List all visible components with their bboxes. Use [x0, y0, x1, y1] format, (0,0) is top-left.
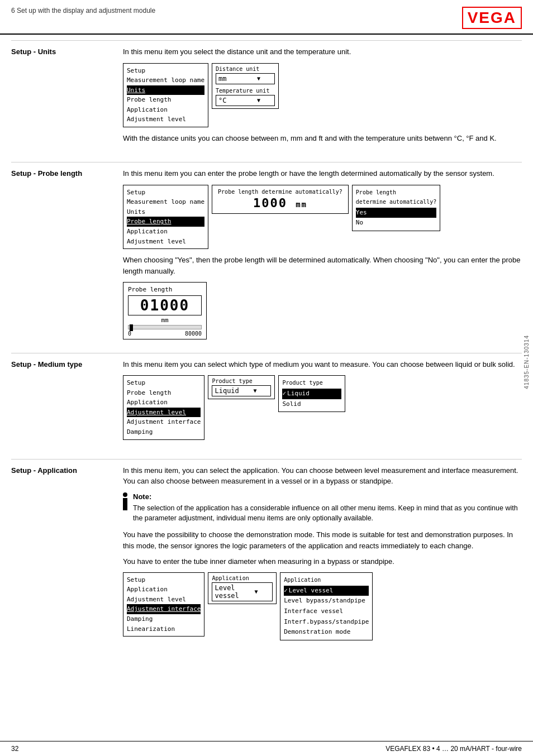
temp-unit-arrow: ▼	[245, 97, 272, 104]
menu-item-2[interactable]: Probe length	[127, 95, 204, 105]
product-type-select[interactable]: Liquid ▼	[212, 385, 271, 396]
probe-menu-item-3[interactable]: Application	[127, 227, 204, 237]
probe-slider-thumb	[130, 324, 133, 331]
medium-description: In this menu item you can select which t…	[123, 359, 522, 370]
app-opt-0[interactable]: Level vessel	[284, 586, 369, 596]
app-opt-2[interactable]: Interface vessel	[284, 606, 369, 617]
probe-options-box: Probe lengthdetermine automatically? Yes…	[352, 185, 441, 231]
section-application: Setup - Application In this menu item, y…	[11, 459, 522, 646]
probe-menu-title: Setup	[127, 188, 204, 198]
medium-menu-item-3[interactable]: Adjustment interface	[127, 417, 201, 427]
distance-unit-value: mm	[218, 75, 245, 83]
probe-description: In this menu item you can enter the prob…	[123, 168, 522, 179]
temp-unit-value: °C	[218, 97, 245, 104]
probe-slider-bar[interactable]	[128, 325, 202, 329]
probe-opt-no[interactable]: No	[356, 218, 437, 228]
probe-slider-min: 0	[128, 331, 131, 337]
note-dot	[123, 492, 127, 497]
probe-slider-range: 0 80000	[128, 331, 202, 337]
menu-item-1[interactable]: Units	[127, 85, 204, 95]
probe-slider-title: Probe length	[128, 286, 202, 293]
probe-menu-item-0[interactable]: Measurement loop name	[127, 197, 204, 207]
medium-menu-item-2[interactable]: Adjustment level	[127, 408, 201, 418]
application-widget-row: Setup Application Adjustment level Adjus…	[123, 572, 522, 640]
application-dropdown-value: Level vessel	[215, 584, 242, 600]
medium-menu-title: Setup	[127, 378, 201, 388]
application-dropdown-select[interactable]: Level vessel ▼	[212, 582, 273, 601]
product-type-label: Product type	[212, 378, 271, 384]
application-description: In this menu item, you can select the ap…	[123, 465, 522, 487]
app-menu-item-2[interactable]: Adjustment interface	[127, 604, 201, 614]
product-options-box: Product type Liquid Solid	[278, 375, 345, 412]
app-opt-3[interactable]: Interf.bypass/standpipe	[284, 617, 369, 628]
medium-menu-item-0[interactable]: Probe length	[127, 388, 201, 398]
header: 6 Set up with the display and adjustment…	[0, 0, 533, 35]
app-menu-title: Setup	[127, 575, 201, 585]
probe-slider-value[interactable]: 01000	[128, 295, 202, 315]
units-menu-box: Setup Measurement loop name Units Probe …	[123, 63, 208, 128]
product-type-arrow: ▼	[241, 387, 268, 394]
note-title: Note:	[133, 492, 522, 501]
page-wrapper: 6 Set up with the display and adjustment…	[0, 0, 533, 756]
app-menu-item-0[interactable]: Application	[127, 585, 201, 595]
section-label-units: Setup - Units	[11, 46, 123, 149]
probe-menu-item-4[interactable]: Adjustment level	[127, 237, 204, 247]
app-opt-1[interactable]: Level bypass/standpipe	[284, 596, 369, 606]
section-probe-length: Setup - Probe length In this menu item y…	[11, 162, 522, 339]
application-dropdown-label: Application	[212, 575, 273, 581]
side-document-label: 41835-EN-130314	[524, 335, 530, 389]
temp-unit-select[interactable]: °C ▼	[216, 95, 275, 106]
application-dropdown-arrow: ▼	[242, 588, 270, 595]
temp-unit-label: Temperature unit	[216, 88, 275, 94]
probe-length-box-label: Probe length determine automatically?	[218, 189, 342, 195]
section-content-probe: In this menu item you can enter the prob…	[123, 168, 522, 339]
menu-title: Setup	[127, 66, 204, 76]
distance-unit-select[interactable]: mm ▼	[216, 73, 275, 84]
medium-widget-row: Setup Probe length Application Adjustmen…	[123, 375, 522, 440]
app-menu-item-3[interactable]: Damping	[127, 614, 201, 624]
footer-page-number: 32	[11, 745, 18, 753]
menu-item-0[interactable]: Measurement loop name	[127, 75, 204, 85]
application-note-line-1: You have the possibility to choose the d…	[123, 529, 522, 552]
product-opt-solid[interactable]: Solid	[282, 399, 341, 410]
units-description: In this menu item you select the distanc…	[123, 46, 522, 58]
main-content: Setup - Units In this menu item you sele…	[0, 35, 533, 671]
probe-menu-item-1[interactable]: Units	[127, 207, 204, 217]
product-options-title: Product type	[282, 378, 341, 387]
probe-menu-box: Setup Measurement loop name Units Probe …	[123, 185, 208, 250]
footer-product: VEGAFLEX 83 • 4 … 20 mA/HART - four-wire	[386, 745, 522, 753]
product-opt-liquid[interactable]: Liquid	[282, 389, 341, 399]
probe-opt-yes[interactable]: Yes	[356, 208, 437, 218]
product-type-value: Liquid	[215, 387, 241, 395]
probe-options-title: Probe lengthdetermine automatically?	[356, 188, 437, 207]
menu-item-3[interactable]: Application	[127, 105, 204, 115]
distance-unit-arrow: ▼	[245, 75, 272, 82]
probe-slider-unit: mm	[128, 317, 202, 324]
probe-extra-text: When choosing "Yes", then the probe leng…	[123, 255, 522, 277]
section-label-medium: Setup - Medium type	[11, 359, 123, 446]
probe-menu-item-2[interactable]: Probe length	[127, 217, 204, 227]
probe-slider-max: 80000	[185, 331, 202, 337]
app-menu-item-1[interactable]: Adjustment level	[127, 595, 201, 605]
probe-slider-box: Probe length 01000 mm 0 80000	[123, 282, 207, 339]
note-icon	[123, 492, 127, 524]
medium-menu-item-1[interactable]: Application	[127, 398, 201, 408]
note-line-0: The selection of the application has a c…	[133, 503, 522, 524]
breadcrumb: 6 Set up with the display and adjustment…	[11, 7, 155, 15]
medium-menu-item-4[interactable]: Damping	[127, 427, 201, 437]
section-content-units: In this menu item you select the distanc…	[123, 46, 522, 149]
app-opt-4[interactable]: Demonstration mode	[284, 627, 369, 638]
note-content: Note: The selection of the application h…	[133, 492, 522, 524]
note-stem	[123, 498, 127, 510]
menu-item-4[interactable]: Adjustment level	[127, 114, 204, 125]
note-box: Note: The selection of the application h…	[123, 492, 522, 524]
app-menu-item-4[interactable]: Linearization	[127, 624, 201, 634]
section-content-medium: In this menu item you can select which t…	[123, 359, 522, 446]
distance-unit-box: Distance unit mm ▼ Temperature unit °C ▼	[212, 63, 279, 109]
distance-unit-label: Distance unit	[216, 66, 275, 72]
section-content-application: In this menu item, you can select the ap…	[123, 465, 522, 646]
probe-unit: mm	[296, 200, 307, 209]
vega-logo: VEGA	[462, 7, 522, 29]
section-setup-units: Setup - Units In this menu item you sele…	[11, 40, 522, 149]
application-note-line-2: You have to enter the tube inner diamete…	[123, 556, 522, 567]
